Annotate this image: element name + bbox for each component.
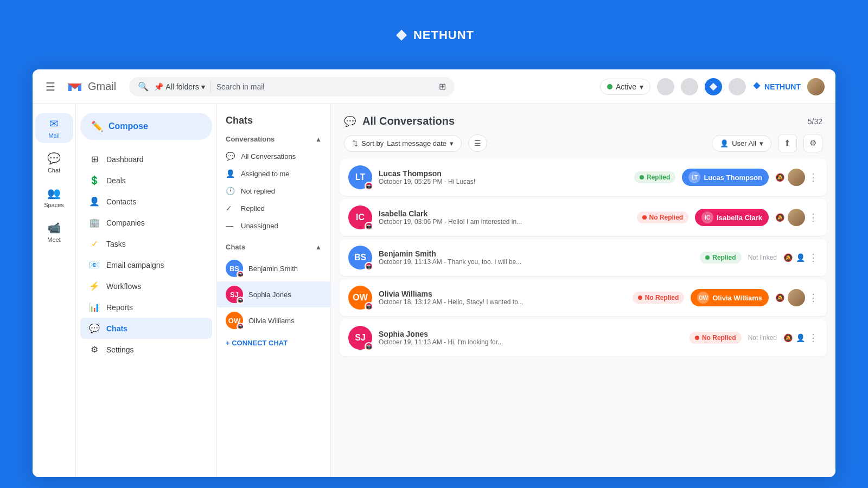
isabella-linked-badge[interactable]: IC Isabella Clark	[695, 209, 769, 226]
connect-chat-button[interactable]: + CONNECT CHAT	[217, 333, 330, 352]
nethunt-logo-text: NETHUNT	[413, 28, 474, 42]
sophia-unassign-icon[interactable]: 👤	[796, 333, 805, 342]
sort-button[interactable]: ⇅ Sort by Last message date ▾	[344, 135, 462, 152]
email-campaigns-label: Email campaigns	[106, 261, 164, 269]
export-button[interactable]: ⬆	[778, 134, 797, 152]
conv-row-lucas[interactable]: LT 📷 Lucas Thompson October 19, 05:25 PM…	[340, 159, 827, 196]
lucas-name: Lucas Thompson	[379, 169, 628, 178]
compose-button[interactable]: ✏️ Compose	[80, 113, 212, 140]
sophia-mute-icon[interactable]: 🔕	[783, 333, 793, 342]
user-icon: 👤	[720, 139, 729, 147]
sophia-name: Sophia Jones	[248, 291, 291, 299]
benjamin-name: Benjamin Smith	[379, 249, 693, 258]
sidebar-item-mail[interactable]: ✉ Mail	[35, 113, 73, 143]
olivia-status-label: No Replied	[645, 294, 679, 301]
olivia-more-button[interactable]: ⋮	[808, 292, 818, 304]
search-input[interactable]: Search in mail	[216, 82, 434, 91]
sophia-plat-badge: 📷	[365, 342, 373, 351]
hamburger-button[interactable]: ☰	[43, 78, 58, 95]
filter-icon[interactable]: ⊞	[439, 81, 446, 92]
olivia-linked-badge[interactable]: OW Olivia Williams	[691, 289, 769, 306]
lucas-more-button[interactable]: ⋮	[808, 171, 818, 183]
folder-selector[interactable]: 📌 All folders ▾	[154, 82, 205, 91]
user-all-chevron: ▾	[760, 139, 763, 147]
gmail-logo: Gmail	[66, 78, 116, 95]
lucas-linked-badge[interactable]: LT Lucas Thompson	[682, 169, 769, 186]
sidebar-item-meet[interactable]: 📹 Meet	[35, 217, 73, 247]
lucas-preview: October 19, 05:25 PM - Hi Lucas!	[379, 178, 628, 185]
conversations-section-header[interactable]: Conversations ▲	[217, 131, 330, 147]
olivia-status-badge: No Replied	[633, 292, 685, 304]
conv-item-not-replied[interactable]: 🕐 Not replied	[217, 182, 330, 200]
crm-nav-email-campaigns[interactable]: 📧 Email campaigns	[80, 254, 212, 275]
conv-row-sophia[interactable]: SJ 📷 Sophia Jones October 19, 11:13 AM -…	[340, 319, 827, 356]
chat-contact-sophia[interactable]: SJ 📷 Sophia Jones	[217, 281, 330, 307]
conv-item-replied[interactable]: ✓ Replied	[217, 200, 330, 217]
conv-row-benjamin[interactable]: BS 📷 Benjamin Smith October 19, 11:13 AM…	[340, 239, 827, 276]
olivia-preview: October 18, 13:12 AM - Hello, Stacy! I w…	[379, 298, 626, 306]
conv-row-olivia[interactable]: OW 📷 Olivia Williams October 18, 13:12 A…	[340, 279, 827, 316]
dashboard-label: Dashboard	[106, 155, 144, 164]
lucas-mute-icon[interactable]: 🔕	[775, 173, 784, 182]
user-profile-avatar[interactable]	[807, 78, 825, 95]
isabella-name: Isabella Clark	[379, 209, 630, 218]
conv-item-unassigned[interactable]: — Unassigned	[217, 217, 330, 234]
benjamin-row-actions: 🔕 👤 ⋮	[783, 252, 818, 264]
sophia-more-button[interactable]: ⋮	[808, 332, 818, 344]
spaces-icon: 👥	[47, 187, 61, 200]
user-all-button[interactable]: 👤 User All ▾	[712, 135, 771, 152]
dashboard-icon: ⊞	[89, 154, 100, 164]
lucas-row-actions: 🔕 ⋮	[775, 169, 818, 186]
benjamin-mute-icon[interactable]: 🔕	[783, 253, 793, 262]
crm-nav-reports[interactable]: 📊 Reports	[80, 297, 212, 318]
lucas-assignee-avatar[interactable]	[788, 169, 805, 186]
conv-row-isabella[interactable]: IC 📷 Isabella Clark October 19, 03:06 PM…	[340, 199, 827, 236]
chats-contacts-section-header[interactable]: Chats ▲	[217, 239, 330, 255]
companies-label: Companies	[106, 219, 145, 227]
crm-nav-tasks[interactable]: ✓ Tasks	[80, 233, 212, 254]
benjamin-more-button[interactable]: ⋮	[808, 252, 818, 264]
user-avatar-3[interactable]	[729, 78, 746, 95]
crm-nav-settings[interactable]: ⚙ Settings	[80, 339, 212, 360]
pin-icon: 📌	[154, 82, 163, 91]
settings-conversations-button[interactable]: ⚙	[803, 134, 822, 152]
nethunt-icon-small	[709, 82, 718, 92]
crm-nav-contacts[interactable]: 👤 Contacts	[80, 191, 212, 212]
filter-lines-icon: ☰	[474, 139, 481, 147]
active-badge[interactable]: Active ▾	[600, 79, 650, 95]
chat-contact-olivia[interactable]: OW 📷 Olivia Williams	[217, 307, 330, 333]
chat-contact-benjamin[interactable]: BS 📷 Benjamin Smith	[217, 255, 330, 281]
active-chevron: ▾	[640, 82, 643, 91]
conversations-toggle-icon: ▲	[315, 136, 322, 143]
conv-item-all[interactable]: 💬 All Conversations	[217, 147, 330, 165]
olivia-mute-icon[interactable]: 🔕	[775, 293, 784, 302]
crm-nav-companies[interactable]: 🏢 Companies	[80, 212, 212, 233]
chats-panel-header: Chats	[217, 104, 330, 131]
olivia-assignee-avatar[interactable]	[788, 289, 805, 306]
crm-nav-chats[interactable]: 💬 Chats	[80, 318, 212, 339]
crm-nav-deals[interactable]: 💲 Deals	[80, 170, 212, 191]
isabella-more-button[interactable]: ⋮	[808, 211, 818, 223]
conversations-header: 💬 All Conversations 5/32	[331, 104, 835, 134]
sidebar-item-spaces[interactable]: 👥 Spaces	[35, 182, 73, 213]
crm-nav-workflows[interactable]: ⚡ Workflows	[80, 275, 212, 297]
sort-value: Last message date	[387, 139, 446, 147]
top-bar: ☰ Gmail 🔍 📌 All folders ▾ Search in mail…	[33, 69, 835, 104]
crm-nav-dashboard[interactable]: ⊞ Dashboard	[80, 149, 212, 170]
filter-sort-button[interactable]: ☰	[468, 134, 487, 152]
isabella-mute-icon[interactable]: 🔕	[775, 213, 784, 222]
user-avatar-2[interactable]	[681, 78, 698, 95]
conversations-main: 💬 All Conversations 5/32 ⇅ Sort by Last …	[331, 104, 835, 477]
lucas-conv-avatar: LT 📷	[348, 165, 372, 189]
benjamin-preview: October 19, 11:13 AM - Thank you, too. I…	[379, 258, 693, 266]
nethunt-nav-icon[interactable]	[705, 78, 722, 95]
isabella-assignee-avatar[interactable]	[788, 209, 805, 226]
sidebar-item-chat[interactable]: 💬 Chat	[35, 147, 73, 178]
sort-by-label: Sort by	[361, 139, 384, 147]
benjamin-unassign-icon[interactable]: 👤	[796, 253, 805, 262]
sophia-not-linked: Not linked	[748, 334, 777, 342]
meet-icon: 📹	[47, 221, 61, 234]
conv-item-assigned[interactable]: 👤 Assigned to me	[217, 165, 330, 182]
not-replied-label: Not replied	[241, 187, 275, 195]
user-avatar-1[interactable]	[657, 78, 674, 95]
